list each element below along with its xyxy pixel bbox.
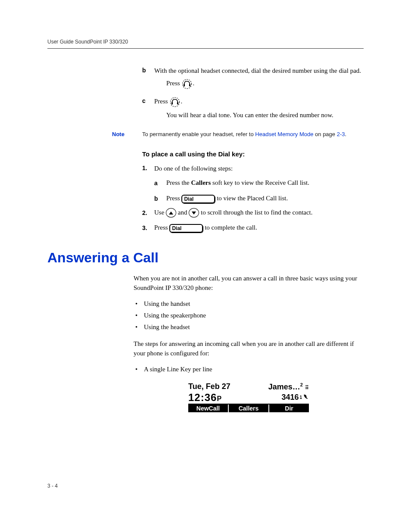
list-item: Using the headset bbox=[134, 321, 364, 333]
step-b-period: . bbox=[193, 80, 194, 87]
list-item: Using the handset bbox=[134, 298, 364, 310]
note-mid: on page bbox=[313, 131, 336, 137]
lcd-ampm: P bbox=[217, 395, 222, 402]
page-header: User Guide SoundPoint IP 330/320 bbox=[47, 39, 364, 45]
keypad-icon: ⠿ bbox=[305, 385, 309, 391]
svg-point-0 bbox=[183, 79, 192, 88]
s2-before: Use bbox=[154, 209, 166, 216]
ways-list: Using the handset Using the speakerphone… bbox=[134, 298, 364, 333]
note-after: . bbox=[345, 131, 346, 137]
lcd-time-cell: 12:36P bbox=[188, 392, 222, 404]
s3-before: Press bbox=[154, 224, 169, 231]
lcd-name-cell: James…2 ⠿ bbox=[268, 382, 309, 392]
lcd-row-2: 12:36P 34161 bbox=[188, 392, 309, 404]
section-title-answering: Answering a Call bbox=[47, 250, 364, 266]
step-1a-body: Press the Callers soft key to view the R… bbox=[166, 178, 364, 188]
step-b-press-word: Press bbox=[166, 80, 181, 87]
softkey-callers: Callers bbox=[229, 404, 269, 412]
phone-lcd-display: Tue, Feb 27 James…2 ⠿ 12:36P 34161 NewCa… bbox=[188, 382, 309, 412]
s1a-before: Press the bbox=[166, 179, 191, 186]
step-b-text1: With the optional headset connected, dia… bbox=[154, 67, 361, 74]
step-c-period: . bbox=[181, 98, 182, 105]
step-1b-row: b Press Dial to view the Placed Call lis… bbox=[154, 193, 364, 203]
content-block-dialkey: To place a call using the Dial key: 1. D… bbox=[142, 150, 364, 233]
down-arrow-icon bbox=[189, 208, 199, 218]
step-c-row: c Press . You will hear a dial tone. You… bbox=[142, 96, 364, 123]
softkey-dir: Dir bbox=[269, 404, 309, 412]
answering-content: When you are not in another call, you ca… bbox=[134, 274, 364, 412]
step-b-press-line: Press . bbox=[166, 78, 364, 90]
step-2-num: 2. bbox=[142, 208, 154, 216]
para2: The steps for answering an incoming call… bbox=[134, 339, 364, 358]
s2-after: to scroll through the list to find the c… bbox=[201, 209, 313, 216]
s1a-after: soft key to view the Receive Call list. bbox=[211, 179, 309, 186]
up-arrow-icon bbox=[166, 208, 176, 218]
list-item: A single Line Key per line bbox=[134, 364, 364, 375]
softkey-newcall: NewCall bbox=[188, 404, 229, 412]
lcd-date: Tue, Feb 27 bbox=[188, 382, 230, 392]
step-c-text2: You will hear a dial tone. You can enter… bbox=[166, 110, 364, 120]
step-3-row: 3. Press Dial to complete the call. bbox=[142, 223, 364, 233]
step-2-row: 2. Use and to scroll through the list to… bbox=[142, 208, 364, 218]
lcd-ext-badge: 1 bbox=[299, 395, 302, 400]
headset-icon bbox=[169, 96, 181, 108]
note-page-link[interactable]: 2-3 bbox=[337, 131, 345, 137]
step-1a-letter: a bbox=[154, 179, 166, 187]
s1a-bold: Callers bbox=[191, 179, 211, 186]
step-2-body: Use and to scroll through the list to fi… bbox=[154, 208, 364, 218]
dial-key-button: Dial bbox=[169, 224, 203, 233]
s1b-after: to view the Placed Call list. bbox=[217, 195, 288, 202]
step-1-row: 1. Do one of the following steps: bbox=[142, 164, 364, 174]
step-1b-letter: b bbox=[154, 194, 166, 202]
step-3-body: Press Dial to complete the call. bbox=[154, 223, 364, 233]
svg-rect-5 bbox=[177, 102, 178, 105]
step-b-letter: b bbox=[142, 66, 154, 74]
step-b-body: With the optional headset connected, dia… bbox=[154, 66, 364, 92]
phone-handset-icon bbox=[303, 393, 309, 402]
step-1-num: 1. bbox=[142, 164, 154, 171]
header-rule bbox=[47, 48, 364, 49]
step-1-text: Do one of the following steps: bbox=[154, 164, 364, 174]
note-text: To permanently enable your headset, refe… bbox=[142, 131, 364, 137]
note-link[interactable]: Headset Memory Mode bbox=[255, 131, 313, 137]
s2-mid: and bbox=[178, 209, 189, 216]
step-c-body: Press . You will hear a dial tone. You c… bbox=[154, 96, 364, 123]
headset-icon bbox=[181, 78, 193, 90]
lcd-time: 12:36 bbox=[188, 392, 217, 403]
page-footer: 3 - 4 bbox=[47, 483, 58, 489]
note-label: Note bbox=[112, 131, 142, 137]
s3-after: to complete the call. bbox=[205, 224, 257, 231]
step-c-letter: c bbox=[142, 96, 154, 104]
svg-rect-1 bbox=[184, 84, 185, 87]
dial-key-subhead: To place a call using the Dial key: bbox=[142, 150, 364, 158]
svg-rect-2 bbox=[189, 84, 190, 87]
lcd-ext: 3416 bbox=[281, 393, 299, 402]
dial-key-button: Dial bbox=[181, 195, 215, 203]
lcd-row-1: Tue, Feb 27 James…2 ⠿ bbox=[188, 382, 309, 392]
step-3-num: 3. bbox=[142, 224, 154, 231]
step-c-press-word: Press bbox=[154, 98, 169, 105]
note-before: To permanently enable your headset, refe… bbox=[142, 131, 255, 137]
step-1a-row: a Press the Callers soft key to view the… bbox=[154, 178, 364, 188]
list-item: Using the speakerphone bbox=[134, 310, 364, 321]
lcd-name-badge: 2 bbox=[300, 382, 303, 387]
lcd-ext-cell: 34161 bbox=[281, 392, 309, 404]
s1b-before: Press bbox=[166, 195, 181, 202]
note-row: Note To permanently enable your headset,… bbox=[112, 131, 364, 137]
config-list: A single Line Key per line bbox=[134, 364, 364, 375]
para1: When you are not in another call, you ca… bbox=[134, 274, 364, 293]
lcd-softkey-row: NewCall Callers Dir bbox=[188, 404, 309, 412]
step-1b-body: Press Dial to view the Placed Call list. bbox=[166, 193, 364, 203]
svg-point-3 bbox=[171, 97, 180, 106]
content-block-top: b With the optional headset connected, d… bbox=[142, 66, 364, 122]
lcd-name: James… bbox=[268, 383, 300, 391]
step-b-row: b With the optional headset connected, d… bbox=[142, 66, 364, 92]
svg-rect-4 bbox=[171, 102, 173, 105]
